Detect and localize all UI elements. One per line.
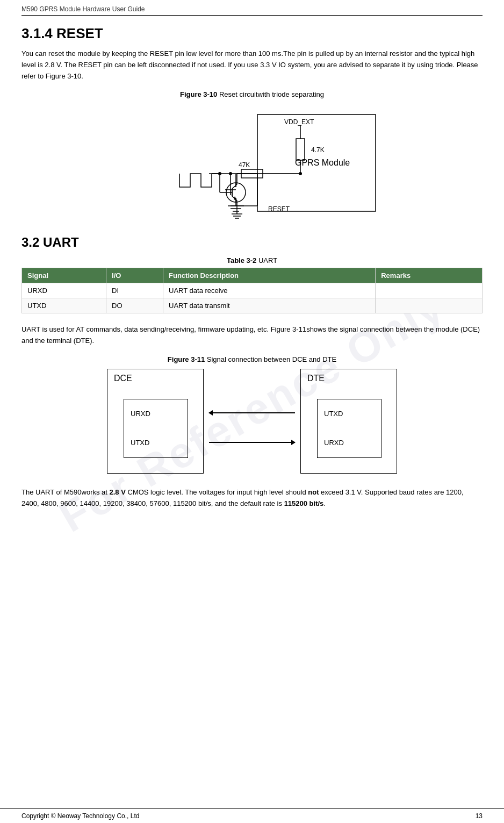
table-3-2-caption-rest: UART	[256, 256, 277, 264]
remarks-urxd	[376, 283, 483, 298]
col-signal: Signal	[22, 268, 106, 283]
page-number: 13	[476, 812, 483, 820]
svg-marker-27	[234, 196, 237, 201]
signal-urxd: URXD	[22, 283, 106, 298]
dce-label: DCE	[107, 369, 203, 388]
table-row: URXD DI UART data receive	[22, 283, 483, 298]
arrow-right-line	[209, 442, 295, 443]
io-do: DO	[106, 298, 163, 313]
svg-point-34	[218, 172, 221, 175]
header-title: M590 GPRS Module Hardware User Guide	[21, 5, 145, 13]
dce-signal-utxd: UTXD	[131, 439, 149, 447]
table-row: UTXD DO UART data transmit	[22, 298, 483, 313]
resistor-4k7-label: 4.7K	[311, 146, 325, 154]
uart-table: Signal I/O Function Description Remarks …	[21, 268, 483, 313]
dte-signal-utxd: UTXD	[324, 410, 343, 418]
dte-inner-box: UTXD URXD	[317, 399, 381, 458]
col-remarks: Remarks	[376, 268, 483, 283]
dce-signal-urxd: URXD	[131, 410, 150, 418]
dce-box: DCE URXD UTXD	[107, 369, 204, 474]
figure-3-10-caption: Figure 3-10 Reset circuitwith triode sep…	[21, 90, 483, 98]
copyright-text: Copyright © Neoway Technology Co., Ltd	[21, 812, 139, 820]
figure-3-11-caption-rest: Signal connection between DCE and DTE	[205, 355, 336, 363]
voltage-bold: 2.8 V	[110, 488, 126, 496]
signal-arrows	[204, 398, 300, 457]
page-header: M590 GPRS Module Hardware User Guide	[21, 5, 483, 16]
bitrate-bold: 115200 bit/s	[284, 499, 324, 507]
arrow-left-line	[209, 412, 295, 413]
uart-body-text: UART is used for AT commands, data sendi…	[21, 324, 483, 347]
signal-utxd: UTXD	[22, 298, 106, 313]
dte-signal-urxd: URXD	[324, 439, 344, 447]
arrow-utxd-to-urxd	[209, 412, 295, 413]
dce-dte-diagram: DCE URXD UTXD DTE UTXD URXD	[102, 369, 402, 476]
figure-3-10-container: GPRS Module RESET VDD_EXT 4.7K 47	[21, 104, 483, 222]
table-3-2-caption-bold: Table 3-2	[227, 256, 256, 264]
reset-pin-label: RESET	[268, 205, 290, 213]
section-3-1-4-body: You can reset the module by keeping the …	[21, 48, 483, 82]
figure-3-10-caption-rest: Reset circuitwith triode separating	[217, 90, 324, 98]
remarks-utxd	[376, 298, 483, 313]
figure-3-11-caption-bold: Figure 3-11	[168, 355, 205, 363]
dce-inner-box: URXD UTXD	[124, 399, 188, 458]
svg-rect-3	[296, 139, 305, 160]
table-header-row: Signal I/O Function Description Remarks	[22, 268, 483, 283]
reset-circuit-diagram: GPRS Module RESET VDD_EXT 4.7K 47	[118, 104, 386, 222]
dte-box: DTE UTXD URXD	[300, 369, 397, 474]
section-3-2-title: 3.2 UART	[21, 235, 483, 250]
page-footer: Copyright © Neoway Technology Co., Ltd 1…	[0, 808, 504, 823]
func-uart-receive: UART data receive	[163, 283, 376, 298]
section-3-1-4-title: 3.1.4 RESET	[21, 25, 483, 42]
gprs-module-label: GPRS Module	[295, 158, 350, 167]
table-3-2-caption: Table 3-2 UART	[21, 256, 483, 264]
vdd-ext-label: VDD_EXT	[284, 118, 314, 126]
resistor-47k-label: 47K	[239, 161, 250, 169]
figure-3-11-caption: Figure 3-11 Signal connection between DC…	[21, 355, 483, 363]
io-di: DI	[106, 283, 163, 298]
uart-body-text-content: UART is used for AT commands, data sendi…	[21, 325, 480, 345]
uart-footer-text: The UART of M590works at 2.8 V CMOS logi…	[21, 487, 483, 510]
col-io: I/O	[106, 268, 163, 283]
not-bold: not	[308, 488, 319, 496]
figure-3-10-caption-bold: Figure 3-10	[180, 90, 217, 98]
figure-3-11-container: DCE URXD UTXD DTE UTXD URXD	[21, 369, 483, 476]
dte-label: DTE	[301, 369, 397, 388]
col-function: Function Description	[163, 268, 376, 283]
func-uart-transmit: UART data transmit	[163, 298, 376, 313]
arrow-utxd-to-urxd-right	[209, 442, 295, 443]
